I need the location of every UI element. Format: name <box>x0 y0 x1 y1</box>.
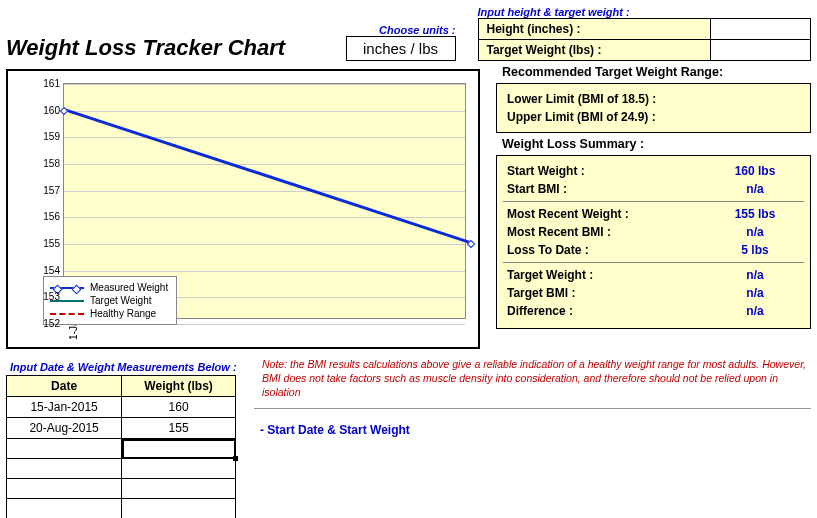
weight-chart: 1-Jan Measured Weight Target Weight Heal… <box>6 69 480 349</box>
loss-label: Loss To Date : <box>507 243 710 257</box>
table-cell-weight[interactable] <box>122 479 236 499</box>
table-cell-weight[interactable]: 160 <box>122 397 236 418</box>
summary-head: Weight Loss Summary : <box>496 133 811 155</box>
table-cell-weight[interactable]: 155 <box>122 418 236 439</box>
upper-limit-label: Upper Limit (BMI of 24.9) : <box>507 108 800 126</box>
start-date-note: - Start Date & Start Weight <box>254 413 811 437</box>
table-cell-weight[interactable] <box>122 439 236 459</box>
table-cell-date[interactable] <box>7 439 122 459</box>
summary-panel: Start Weight :160 lbs Start BMI :n/a Mos… <box>496 155 811 329</box>
ytick: 152 <box>38 318 60 329</box>
ytick: 153 <box>38 291 60 302</box>
start-bmi-label: Start BMI : <box>507 182 710 196</box>
chart-legend: Measured Weight Target Weight Healthy Ra… <box>43 276 177 325</box>
measurements-table: DateWeight (lbs) 15-Jan-201516020-Aug-20… <box>6 375 236 518</box>
target-bmi-value: n/a <box>710 286 800 300</box>
target-bmi-label: Target BMI : <box>507 286 710 300</box>
target-weight-input[interactable] <box>710 40 810 60</box>
ytick: 159 <box>38 131 60 142</box>
col-date: Date <box>7 376 122 397</box>
bmi-note: Note: the BMI results calculations above… <box>254 355 811 406</box>
ytick: 157 <box>38 184 60 195</box>
units-select[interactable]: inches / lbs <box>346 36 456 61</box>
ytick: 160 <box>38 104 60 115</box>
range-head: Recommended Target Weight Range: <box>496 61 811 83</box>
recent-weight-label: Most Recent Weight : <box>507 207 710 221</box>
target-weight-label: Target Weight (lbs) : <box>479 40 711 60</box>
height-target-panel: Height (inches) : Target Weight (lbs) : <box>478 18 812 61</box>
lower-limit-label: Lower Limit (BMI of 18.5) : <box>507 90 800 108</box>
height-label: Height (inches) : <box>479 19 711 40</box>
table-cell-date[interactable]: 20-Aug-2015 <box>7 418 122 439</box>
page-title: Weight Loss Tracker Chart <box>6 35 340 61</box>
ytick: 156 <box>38 211 60 222</box>
recent-bmi-value: n/a <box>710 225 800 239</box>
diff-value: n/a <box>710 304 800 318</box>
table-cell-weight[interactable] <box>122 499 236 519</box>
legend-range: Healthy Range <box>90 308 156 319</box>
target-weight-value: n/a <box>710 268 800 282</box>
ytick: 154 <box>38 264 60 275</box>
ytick: 155 <box>38 238 60 249</box>
divider <box>254 408 811 409</box>
units-prompt: Choose units : <box>340 24 456 36</box>
ytick: 161 <box>38 78 60 89</box>
range-panel: Lower Limit (BMI of 18.5) : Upper Limit … <box>496 83 811 133</box>
line-icon <box>50 287 84 289</box>
diff-label: Difference : <box>507 304 710 318</box>
input-ht-prompt: Input height & target weight : <box>478 6 812 18</box>
line-icon <box>50 313 84 315</box>
height-input[interactable] <box>710 19 810 40</box>
recent-weight-value: 155 lbs <box>710 207 800 221</box>
ytick: 158 <box>38 158 60 169</box>
legend-measured: Measured Weight <box>90 282 168 293</box>
start-weight-label: Start Weight : <box>507 164 710 178</box>
col-weight: Weight (lbs) <box>122 376 236 397</box>
recent-bmi-label: Most Recent BMI : <box>507 225 710 239</box>
loss-value: 5 lbs <box>710 243 800 257</box>
start-bmi-value: n/a <box>710 182 800 196</box>
table-cell-date[interactable]: 15-Jan-2015 <box>7 397 122 418</box>
input-below-prompt: Input Date & Weight Measurements Below : <box>6 355 250 375</box>
table-cell-weight[interactable] <box>122 459 236 479</box>
legend-target: Target Weight <box>90 295 152 306</box>
table-cell-date[interactable] <box>7 499 122 519</box>
table-cell-date[interactable] <box>7 479 122 499</box>
start-weight-value: 160 lbs <box>710 164 800 178</box>
target-weight-label-s: Target Weight : <box>507 268 710 282</box>
table-cell-date[interactable] <box>7 459 122 479</box>
